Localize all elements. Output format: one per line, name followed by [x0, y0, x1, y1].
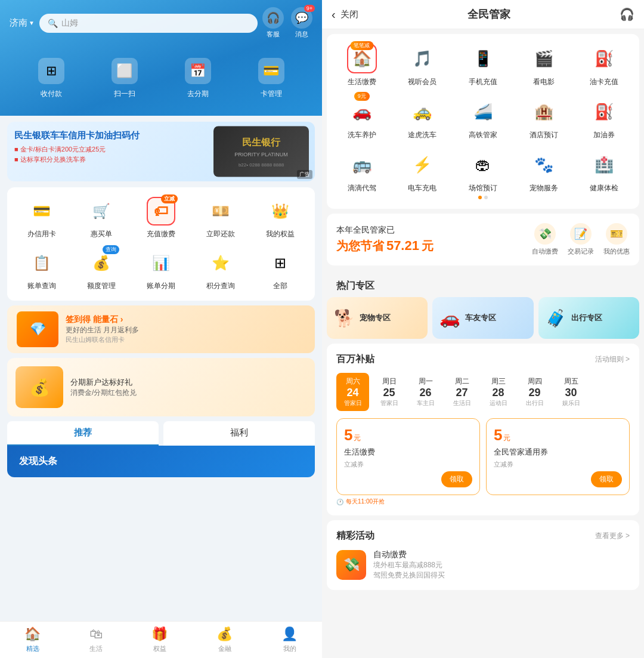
coupon-life-amount: 5 — [344, 426, 352, 444]
headset-icon[interactable]: 🎧 — [620, 7, 634, 21]
tab-recommend[interactable]: 推荐 — [7, 421, 159, 446]
service-venue[interactable]: 🏟 场馆预订 — [457, 150, 509, 193]
signin-reward-icon: 💎 — [17, 311, 58, 347]
credit-card-icon: 💳 — [27, 197, 56, 225]
cal-day-5[interactable]: 周三 28 运动日 — [482, 373, 515, 411]
left-panel: 济南 ▼ 🔍 山姆 🎧 客服 💬 9+ — [0, 0, 322, 658]
points-icon: ⭐ — [206, 249, 235, 277]
cal-day-6[interactable]: 周四 29 出行日 — [518, 373, 551, 411]
service-all[interactable]: ⊞ 全部 — [253, 249, 307, 291]
service-tuhu[interactable]: 🚕 途虎洗车 — [396, 97, 448, 140]
coupon-general-title: 全民管家通用券 — [494, 447, 622, 458]
car-zone-icon: 🚗 — [439, 308, 460, 328]
health-icon: 🏥 — [589, 150, 619, 180]
service-car-wash[interactable]: 🚗 9元 洗车养护 — [336, 97, 388, 140]
service-pet[interactable]: 🐾 宠物服务 — [518, 150, 570, 193]
cal-day-4[interactable]: 周二 27 生活日 — [445, 373, 478, 411]
subsidy-more[interactable]: 活动细则 > — [595, 354, 630, 364]
nav-mine[interactable]: 👤 我的 — [281, 626, 298, 653]
service-ev-charge[interactable]: ⚡ 电车充电 — [396, 150, 448, 193]
search-bar[interactable]: 🔍 山姆 — [39, 14, 258, 33]
service-recharge[interactable]: 🏷 立减 充值缴费 — [134, 197, 188, 239]
quick-action-scan[interactable]: ⬜ 扫一扫 — [112, 58, 138, 99]
service-repay[interactable]: 💴 立即还款 — [194, 197, 247, 239]
bill-install-icon: 📊 — [147, 249, 175, 277]
pet-zone-card[interactable]: 🐕 宠物专区 — [327, 297, 428, 339]
discount-icon: 🎫 — [606, 223, 627, 245]
back-button[interactable]: ‹ — [332, 8, 336, 21]
cal-day-2[interactable]: 周日 25 管家日 — [373, 373, 405, 411]
location-button[interactable]: 济南 ▼ — [10, 17, 35, 29]
cal-day-1[interactable]: 周六 24 管家日 — [336, 373, 369, 411]
my-discount-action[interactable]: 🎫 我的优惠 — [603, 223, 630, 256]
nav-home[interactable]: 🏠 精选 — [24, 626, 41, 653]
activities-more[interactable]: 查看更多 > — [595, 531, 630, 541]
quick-action-installment[interactable]: 📅 去分期 — [185, 58, 211, 99]
service-bill-install[interactable]: 📊 账单分期 — [134, 249, 188, 291]
card-label: 卡管理 — [261, 89, 282, 99]
service-my-rights[interactable]: 👑 我的权益 — [253, 197, 307, 239]
transaction-record-action[interactable]: 📝 交易记录 — [568, 223, 594, 256]
customer-service-button[interactable]: 🎧 客服 — [262, 7, 284, 39]
cal-day-7[interactable]: 周五 30 娱乐日 — [555, 373, 587, 411]
service-movie[interactable]: 🎬 看电影 — [518, 44, 570, 87]
service-phone-recharge[interactable]: 📱 手机充值 — [457, 44, 509, 87]
service-credit-card[interactable]: 💳 办信用卡 — [15, 197, 69, 239]
close-button[interactable]: 关闭 — [340, 9, 358, 20]
activity-item[interactable]: 💸 自动缴费 境外租车最高减888元驾照免费兑换回国得买 — [336, 549, 630, 580]
nav-finance-label: 金融 — [218, 644, 231, 653]
quick-action-card[interactable]: 💳 卡管理 — [258, 58, 284, 99]
calendar-row: 周六 24 管家日 周日 25 管家日 周一 26 车主日 周二 27 生活日 … — [336, 373, 630, 411]
location-arrow-icon: ▼ — [29, 20, 35, 26]
service-train[interactable]: 🚄 高铁管家 — [457, 97, 509, 140]
coupon-life-title: 生活缴费 — [344, 447, 472, 458]
fuel-coupon-icon: ⛽ — [589, 97, 619, 126]
coupon-life-claim-button[interactable]: 领取 — [441, 471, 472, 487]
promo-icon: 💰 — [16, 366, 63, 408]
auto-payment-action[interactable]: 💸 自动缴费 — [532, 223, 558, 256]
service-hotel[interactable]: 🏨 酒店预订 — [518, 97, 570, 140]
signin-title: 签到得 能量石 › — [66, 314, 305, 325]
recharge-badge: 立减 — [161, 194, 178, 203]
hui-buy-icon: 🛒 — [87, 197, 116, 225]
activities-section: 精彩活动 查看更多 > 💸 自动缴费 境外租车最高减888元驾照免费兑换回国得买 — [327, 520, 639, 590]
scan-label: 扫一扫 — [114, 89, 135, 99]
service-hui-buy[interactable]: 🛒 惠买单 — [75, 197, 128, 239]
nav-finance[interactable]: 💰 金融 — [216, 626, 233, 653]
messages-button[interactable]: 💬 9+ 消息 — [291, 7, 312, 39]
car-wash-icon: 🚗 9元 — [347, 97, 377, 126]
movie-icon: 🎬 — [529, 44, 559, 73]
car-zone-card[interactable]: 🚗 车友专区 — [432, 297, 533, 339]
service-health[interactable]: 🏥 健康体检 — [578, 150, 630, 193]
finance-icon: 💰 — [216, 626, 233, 642]
service-quota[interactable]: 💰 查询 额度管理 — [75, 249, 128, 291]
service-didi[interactable]: 🚌 滴滴代驾 — [336, 150, 388, 193]
service-vip[interactable]: 🎵 视听会员 — [396, 44, 448, 87]
travel-zone-card[interactable]: 🧳 出行专区 — [538, 297, 639, 339]
card-image: 民生银行 PRIORITY PLATINUM b22• 0288 8888 88… — [213, 126, 309, 177]
nav-life-label: 生活 — [89, 644, 103, 653]
tab-welfare[interactable]: 福利 — [163, 421, 315, 446]
message-badge: 9+ — [304, 5, 315, 12]
promo-banner[interactable]: 民生银联车车信用卡加油扫码付 金卡/标白卡满200元立减25元 达标享积分兑换洗… — [7, 122, 315, 181]
nav-life[interactable]: 🛍 生活 — [89, 626, 103, 653]
nav-rights[interactable]: 🎁 权益 — [151, 626, 168, 653]
service-life-payment[interactable]: 🏠 笔笔减 生活缴费 — [336, 44, 388, 87]
service-bill-query[interactable]: 📋 账单查询 — [15, 249, 69, 291]
page-indicator — [332, 196, 634, 199]
vip-icon: 🎵 — [407, 44, 437, 73]
news-banner[interactable]: 发现头条 — [7, 446, 315, 477]
dot-2 — [484, 196, 488, 199]
service-fuel-card[interactable]: ⛽ 油卡充值 — [578, 44, 630, 87]
cal-day-3[interactable]: 周一 26 车主日 — [409, 373, 442, 411]
service-points[interactable]: ⭐ 积分查询 — [194, 249, 247, 291]
service-fuel-coupon[interactable]: ⛽ 加油券 — [578, 97, 630, 140]
coupon-general-claim-button[interactable]: 领取 — [591, 471, 622, 487]
hot-title: 热门专区 — [336, 280, 374, 292]
signin-subtitle: 更好的生活 月月返利多 — [66, 325, 305, 335]
pet-zone-label: 宠物专区 — [360, 313, 391, 323]
quick-action-payment[interactable]: ⊞ 收付款 — [38, 58, 64, 99]
services-section: 🏠 笔笔减 生活缴费 🎵 视听会员 📱 手机充值 🎬 看电影 ⛽ 油卡充值 — [327, 34, 639, 209]
signin-banner[interactable]: 💎 签到得 能量石 › 更好的生活 月月返利多 民生山姆联名信用卡 — [7, 305, 315, 353]
life-icon: 🛍 — [89, 626, 103, 642]
